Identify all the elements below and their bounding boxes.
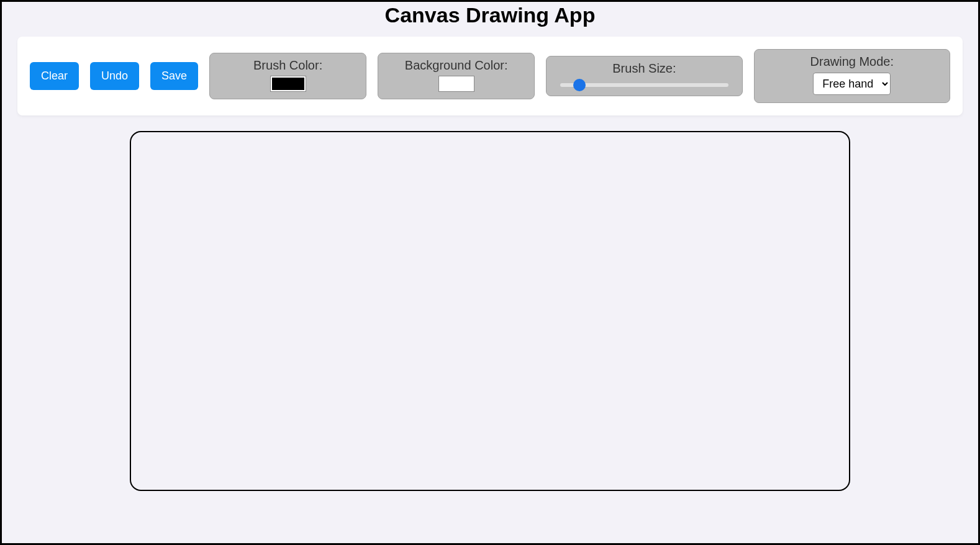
- save-button[interactable]: Save: [150, 62, 198, 90]
- background-color-input[interactable]: [439, 76, 474, 91]
- brush-size-label: Brush Size:: [612, 61, 676, 76]
- background-color-panel: Background Color:: [378, 53, 535, 99]
- brush-color-label: Brush Color:: [253, 58, 322, 73]
- drawing-mode-panel: Drawing Mode: Free hand: [754, 49, 950, 103]
- drawing-canvas[interactable]: [130, 131, 850, 491]
- brush-size-panel: Brush Size:: [546, 56, 742, 96]
- brush-color-panel: Brush Color:: [209, 53, 366, 99]
- undo-button[interactable]: Undo: [90, 62, 139, 90]
- background-color-label: Background Color:: [405, 58, 508, 73]
- brush-size-slider[interactable]: [560, 83, 728, 87]
- drawing-mode-label: Drawing Mode:: [810, 55, 894, 69]
- page-title: Canvas Drawing App: [8, 2, 972, 27]
- clear-button[interactable]: Clear: [30, 62, 79, 90]
- toolbar: Clear Undo Save Brush Color: Background …: [17, 37, 963, 115]
- brush-color-input[interactable]: [271, 76, 306, 91]
- drawing-mode-select[interactable]: Free hand: [813, 73, 891, 95]
